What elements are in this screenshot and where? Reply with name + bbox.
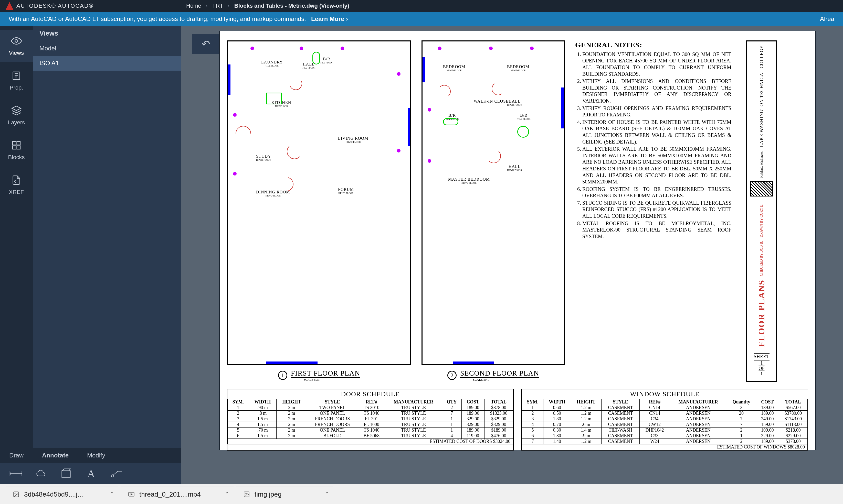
plan-title-2: SECOND FLOOR PLAN [460,369,539,378]
note-item: METAL ROOFING IS TO BE MCELROYMETAL, INC… [582,220,732,240]
app-name: AUTODESK® AUTOCAD® [16,3,93,9]
rail-layers[interactable]: Layers [0,99,33,131]
table-row: 5.70 m2 mONE PANELTS 1040TRU STYLE1189.0… [228,427,513,433]
svg-rect-8 [62,471,70,478]
svg-point-14 [245,493,246,494]
tab-modify[interactable]: Modify [78,448,115,463]
svg-point-0 [15,40,18,42]
note-item: VERIFY ROUGH OPENINGS AND FRAMING REQUIR… [582,105,732,118]
note-item: STUCCO SIDING IS TO BE QUIKRETE QUIKWALL… [582,200,732,219]
table-row: 61.80.9 mCASEMENTC33ANDERSEN1229.00$229.… [522,433,808,438]
title-block: LAKE WASHINGTON TECHNICAL COLLEGE Kirkla… [746,40,777,382]
image-icon [13,491,19,498]
chevron-up-icon: ⌃ [225,491,229,498]
blocks-icon [11,140,22,151]
svg-rect-2 [13,142,16,145]
chevron-right-icon: › [206,3,208,9]
eye-icon [11,35,22,47]
breadcrumb-project[interactable]: FRT [212,3,223,9]
table-row: 61.5 m2 mBI-FOLDBF 5068TRU STYLE4119.00$… [228,433,513,438]
svg-rect-3 [17,142,20,145]
second-floor-plan: BEDROOMHRWD FLOOR BEDROOMHRWD FLOOR WALK… [422,40,565,382]
note-item: INTERIOR OF HOUSE IS TO BE PAINTED WHITE… [582,119,732,145]
chevron-right-icon: › [228,3,230,9]
note-item: ROOFING SYSTEM IS TO BE ENGEERINERED TRU… [582,186,732,199]
task-item[interactable]: timg.jpeg⌃ [236,487,333,501]
os-taskbar: 3db48e4d5bd9....j…⌃ thread_0_201....mp4⌃… [0,484,843,504]
breadcrumb-file: Blocks and Tables - Metric.dwg (View-onl… [234,3,349,9]
app-logo: AUTODESK® AUTOCAD® [0,2,99,10]
general-notes: GENERAL NOTES: FOUNDATION VENTILATION EQ… [575,40,732,382]
plan-number-2: 2 [447,371,457,380]
task-item[interactable]: 3db48e4d5bd9....j…⌃ [6,487,118,501]
table-row: 40.70.6 mCASEMENTCW12ANDERSEN7159.00$111… [522,421,808,427]
table-row: 50.301.4 mTILT-WASHDHP1042ANDERSEN2109.0… [522,427,808,433]
view-item-iso-a1[interactable]: ISO A1 [33,56,181,71]
autocad-icon [6,2,13,10]
image-icon [243,491,250,498]
properties-icon [11,70,22,82]
text-icon[interactable]: A [85,467,98,480]
svg-rect-1 [13,72,20,79]
table-row: 31.801.2 mCASEMENTC34ANDERSEN7249.00$174… [522,416,808,421]
table-row: 71.401.2 mCASEMENTW24ANDERSEN2189.00$378… [522,438,808,444]
video-icon [128,491,135,498]
rectangle-icon[interactable] [59,467,73,480]
plan-title-1: FIRST FLOOR PLAN [291,369,360,378]
table-row: 31.5 m2 mFRENCH DOORSFL 301TRU STYLE1329… [228,416,513,421]
chevron-up-icon: ⌃ [325,491,329,498]
banner-right-cut: Alrea [820,15,834,22]
note-item: VERIFY ALL DIMENSIONS AND CONDITIONS BEF… [582,78,732,104]
table-row: 41.5 m2 mFRENCH DOORSFL 1000TRU STYLE132… [228,421,513,427]
views-panel: Views Model ISO A1 [33,26,181,484]
table-row: 20.501.2 mCASEMENTCN14ANDERSEN20189.00$3… [522,410,808,416]
leader-icon[interactable] [109,467,123,480]
rail-blocks[interactable]: Blocks [0,134,33,166]
window-schedule: WINDOW SCHEDULE SYM.WIDTHHEIGHTSTYLEREF#… [521,389,808,451]
view-item-model[interactable]: Model [33,41,181,56]
drawing-viewport[interactable]: ↶ ↷ LAUNDRYTILE FLOOR HALLTILE FLOOR B/R… [181,26,843,484]
bottom-tab-strip: Draw Annotate Modify [0,448,181,463]
title-bar: AUTODESK® AUTOCAD® Home › FRT › Blocks a… [0,0,843,12]
breadcrumb-home[interactable]: Home [186,3,201,9]
tab-annotate[interactable]: Annotate [33,448,78,463]
logo-hatch [750,181,773,197]
svg-point-11 [15,493,16,494]
plan-number-1: 1 [278,371,287,380]
xref-icon [11,175,22,186]
undo-icon[interactable]: ↶ [199,37,212,51]
note-item: ALL EXTERIOR WALL ARE TO BE 50MMX150MM F… [582,146,732,185]
table-row: 10.601.2 mCASEMENTCN14ANDERSEN3189.00$56… [522,405,808,410]
layers-icon [11,105,22,116]
annotate-tools: A [0,463,181,484]
tab-draw[interactable]: Draw [0,448,33,463]
svg-rect-5 [17,146,20,149]
panel-header: Views [33,26,181,41]
paper-sheet: LAUNDRYTILE FLOOR HALLTILE FLOOR B/RTILE… [219,31,816,450]
rail-views[interactable]: Views [0,30,33,62]
svg-rect-4 [13,146,16,149]
promo-banner: With an AutoCAD or AutoCAD LT subscripti… [0,12,843,26]
dimension-icon[interactable] [9,467,22,480]
breadcrumb: Home › FRT › Blocks and Tables - Metric.… [186,3,349,9]
banner-message: With an AutoCAD or AutoCAD LT subscripti… [9,15,306,22]
chevron-up-icon: ⌃ [109,491,114,498]
rail-properties[interactable]: Prop. [0,65,33,97]
nav-rail: Views Prop. Layers Blocks XREF [0,26,33,484]
table-row: 1.90 m2 mTWO PANELTS 3010TRU STYLE2189.0… [228,405,513,410]
note-item: FOUNDATION VENTILATION EQUAL TO 300 SQ M… [582,51,732,77]
cloud-icon[interactable] [34,467,48,480]
first-floor-plan: LAUNDRYTILE FLOOR HALLTILE FLOOR B/RTILE… [227,40,411,382]
learn-more-link[interactable]: Learn More [311,15,348,22]
rail-xref[interactable]: XREF [0,169,33,201]
table-row: 2.8 m2 mONE PANELTS 1040TRU STYLE7189.00… [228,410,513,416]
task-item[interactable]: thread_0_201....mp4⌃ [121,487,234,501]
door-schedule: DOOR SCHEDULE SYM.WIDTHHEIGHTSTYLEREF#MA… [227,389,514,451]
